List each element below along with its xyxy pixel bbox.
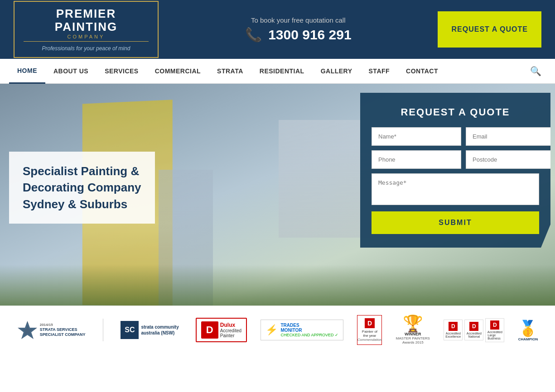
multi-dulux-badges: D Accredited Excellence D Accredited Nat… [444, 318, 504, 342]
hero-section: Specialist Painting & Decorating Company… [0, 84, 555, 306]
header-contact: To book your free quotation call 📞 1300 … [245, 16, 352, 43]
nav-items: HOME ABOUT US SERVICES COMMERCIAL STRATA… [9, 59, 526, 84]
postcode-input[interactable] [466, 150, 555, 169]
wreath-icon: 🏆 [403, 316, 423, 332]
trades-monitor-badge: ⚡ TRADES MONITOR CHECKED AND APPROVED ✓ [261, 320, 343, 340]
champion-badge: 🥇 CHAMPION [518, 319, 538, 341]
nav-commercial[interactable]: COMMERCIAL [147, 59, 209, 84]
dulux-badge: D Dulux Accredited Painter [196, 318, 247, 342]
logo-title: PREMIER PAINTING [24, 7, 149, 33]
trades-text: TRADES MONITOR CHECKED AND APPROVED ✓ [280, 323, 338, 337]
strata-star-icon [17, 320, 38, 340]
nav-gallery[interactable]: GALLERY [313, 59, 361, 84]
booking-text: To book your free quotation call [245, 16, 352, 24]
email-input[interactable] [466, 127, 555, 146]
nav-staff[interactable]: STAFF [361, 59, 398, 84]
nav-home[interactable]: HOME [9, 59, 45, 84]
sca-text: strata community australia (NSW) [141, 324, 182, 336]
logo-company: COMPANY [24, 34, 149, 39]
logo-divider [103, 319, 103, 341]
nav-strata[interactable]: STRATA [209, 59, 251, 84]
dulux-excellence-3: D Accredited Large Business [485, 318, 504, 342]
dulux-small-icon: D [365, 318, 375, 328]
dulux-text: Dulux Accredited Painter [220, 322, 241, 338]
header: PREMIER PAINTING COMPANY Professionals f… [0, 0, 555, 59]
strata-text: 2014/15 STRATA SERVICES SPECIALIST COMPA… [40, 323, 86, 337]
nav-contact[interactable]: CONTACT [398, 59, 446, 84]
phone-input[interactable] [372, 150, 461, 169]
hero-text-box: Specialist Painting & Decorating Company… [9, 152, 155, 224]
nav-residential[interactable]: RESIDENTIAL [251, 59, 313, 84]
quote-form-panel: REQUEST A QUOTE SUBMIT [360, 93, 550, 248]
dulux-d-icon: D [201, 321, 218, 339]
master-painters-badge: 🏆 WINNER MASTER PAINTERS Awards 2015 [396, 316, 430, 344]
phone-icon: 📞 [245, 27, 262, 42]
logo-tagline: Professionals for your peace of mind [24, 45, 149, 52]
quote-form-title: REQUEST A QUOTE [372, 106, 539, 118]
message-input[interactable] [372, 173, 539, 205]
dulux-painter-badge: D Painter of the year Commendation [357, 315, 382, 345]
phone-number[interactable]: 📞 1300 916 291 [245, 27, 352, 43]
trades-icon: ⚡ [265, 324, 278, 336]
trophy-icon: 🥇 [518, 319, 537, 337]
dulux-excellence-2: D Accredited National [464, 320, 483, 340]
search-icon[interactable]: 🔍 [526, 66, 546, 76]
submit-button[interactable]: SUBMIT [372, 211, 539, 234]
hero-grass [0, 265, 555, 306]
sca-logo: SC strata community australia (NSW) [121, 321, 182, 339]
sca-icon: SC [121, 321, 139, 339]
nav-about-us[interactable]: ABOUT US [45, 59, 97, 84]
form-row-2 [372, 150, 539, 169]
hero-heading: Specialist Painting & Decorating Company… [23, 163, 141, 212]
nav-services[interactable]: SERVICES [97, 59, 147, 84]
logo[interactable]: PREMIER PAINTING COMPANY Professionals f… [14, 1, 159, 58]
name-input[interactable] [372, 127, 461, 146]
form-row-1 [372, 127, 539, 146]
navigation: HOME ABOUT US SERVICES COMMERCIAL STRATA… [0, 59, 555, 84]
strata-logo: 2014/15 STRATA SERVICES SPECIALIST COMPA… [17, 320, 86, 340]
request-quote-button[interactable]: REQUEST A QUOTE [438, 11, 541, 48]
logos-bar: 2014/15 STRATA SERVICES SPECIALIST COMPA… [0, 306, 555, 354]
dulux-excellence-1: D Accredited Excellence [444, 320, 463, 340]
